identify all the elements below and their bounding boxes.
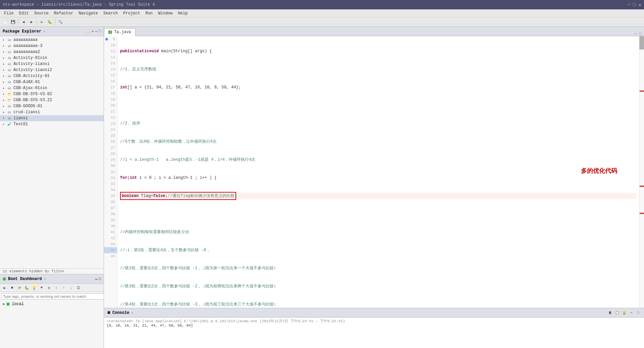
- boot-local-item[interactable]: ▸ local: [0, 301, 104, 307]
- project-icon: 🗂: [7, 49, 12, 55]
- boot-minimize-icon[interactable]: —: [95, 277, 98, 281]
- tree-item-label: aaaaaaaaaa: [13, 38, 38, 42]
- toolbar-btn-run[interactable]: ▶: [38, 18, 46, 26]
- tab-ta-java[interactable]: J Ta.java: [104, 28, 136, 36]
- menu-file[interactable]: File: [1, 10, 16, 16]
- boot-toolbar-btn-11[interactable]: ☰: [75, 284, 82, 291]
- tree-item-label: lianxi: [13, 116, 28, 121]
- line-num-35: 35: [104, 193, 117, 199]
- arrow-icon: ▸: [3, 86, 7, 90]
- code-content[interactable]: public static void main(String[] args) {…: [117, 36, 639, 308]
- tree-item-activity-01xin[interactable]: ▸ 🗂 Activity-01xin: [0, 55, 104, 61]
- tree-item-cgb-ajax-01xin[interactable]: ▸ 🗂 CGB-Ajax-01xin: [0, 85, 104, 91]
- pkg-maximize-icon[interactable]: □: [99, 29, 101, 33]
- tree-item-activity-lianxi[interactable]: ▸ 🗂 Activity-lianxi: [0, 61, 104, 67]
- boot-dashboard: Boot Dashboard ✕ — □ ▶ ■ ⟳ 🐛 💡 ▼ ⚙ ↕ ↑ ↓: [0, 274, 104, 348]
- toolbar-btn-new[interactable]: 📄: [1, 18, 9, 26]
- menu-source[interactable]: Source: [32, 10, 51, 16]
- code-line-9: public static void main(String[] args) {: [120, 48, 637, 54]
- tab-ctrl-maximize[interactable]: □: [638, 31, 643, 36]
- tree-item-label: crud-lianxi: [13, 110, 40, 115]
- tree-item-label: CGB-AJAX-01: [13, 80, 40, 84]
- boot-status-dot: [3, 277, 6, 281]
- code-line-11: int[] a = {21, 94, 21, 58, 47, 16, 10, 9…: [120, 84, 637, 90]
- minimize-button[interactable]: −: [628, 2, 630, 8]
- code-line-10: //1. 定义无序数组: [120, 66, 637, 72]
- titlebar-title: sts-workspace - lianxi/src/lianxi/Ta.jav…: [3, 2, 155, 7]
- boot-local-label: local: [12, 302, 24, 306]
- arrow-icon: ▸: [3, 80, 7, 84]
- toolbar-btn-forward[interactable]: ▶: [28, 18, 35, 26]
- boot-dashboard-header: Boot Dashboard ✕ — □: [0, 274, 104, 284]
- scroll-thumb[interactable]: [639, 36, 644, 50]
- tree-item-cgb-db-sys-v322[interactable]: ▸ 📁 CGB-DB-SYS-V3.22: [0, 97, 104, 103]
- line-num-31: 31: [104, 169, 117, 175]
- tree-item-label: CGB-GOODS-01: [13, 104, 42, 109]
- line-num-17: 17: [104, 84, 117, 90]
- tree-item-lianxi[interactable]: ▾ 🗂 lianxi: [0, 115, 104, 121]
- pkg-minimize-icon[interactable]: —: [95, 29, 98, 33]
- console-maximize-btn[interactable]: □: [635, 310, 641, 316]
- boot-toolbar-btn-4[interactable]: 🐛: [23, 284, 30, 291]
- pkg-collapse-icon[interactable]: ⬜: [86, 29, 90, 33]
- tree-item-aaaaaaaaaa[interactable]: ▸ 🗂 aaaaaaaaaa: [0, 37, 104, 43]
- tree-item-label: CGB-Ajax-01xin: [13, 86, 47, 90]
- boot-toolbar-btn-6[interactable]: ▼: [38, 284, 45, 291]
- boot-toolbar-btn-5[interactable]: 💡: [31, 284, 38, 291]
- tree-item-cgb-ajax-01[interactable]: ▸ 🗂 CGB-AJAX-01: [0, 79, 104, 85]
- tree-item-crud-lianxi[interactable]: ▸ 🗂 crud-lianxi: [0, 109, 104, 115]
- menu-window[interactable]: Window: [155, 10, 175, 16]
- menu-help[interactable]: Help: [175, 10, 191, 16]
- maximize-button[interactable]: □: [633, 2, 636, 8]
- line-num-25: 25: [104, 133, 117, 139]
- close-button[interactable]: ✕: [639, 2, 641, 8]
- console-minimize-btn[interactable]: —: [628, 310, 634, 316]
- line-num-42: 42: [104, 235, 117, 241]
- toolbar-btn-search[interactable]: 🔍: [57, 18, 64, 26]
- boot-toolbar-btn-8[interactable]: ↕: [53, 284, 60, 291]
- line-num-14: 14: [104, 66, 117, 72]
- toolbar-btn-debug[interactable]: 🐛: [46, 18, 54, 26]
- tree-item-cgb-activity-01[interactable]: ▸ 🗂 CGB-Activity-01: [0, 73, 104, 79]
- menu-edit[interactable]: Edit: [16, 10, 32, 16]
- tree-item-activity-lianxi2[interactable]: ▸ 🗂 Activity-lianxi2: [0, 67, 104, 73]
- toolbar-btn-save[interactable]: 💾: [9, 18, 17, 26]
- tree-item-aaaaaaaaaa2[interactable]: ▸ 🗂 aaaaaaaaaa2: [0, 49, 104, 55]
- code-line-12: [120, 102, 637, 109]
- menu-project[interactable]: Project: [120, 10, 143, 16]
- console-header-left: 🖥 Console ✕: [107, 310, 133, 315]
- boot-toolbar-btn-9[interactable]: ↑: [60, 284, 67, 291]
- console-clear-btn[interactable]: 🗑: [607, 310, 613, 316]
- menu-navigate[interactable]: Navigate: [76, 10, 101, 16]
- menu-search[interactable]: Search: [101, 10, 120, 16]
- menu-run[interactable]: Run: [143, 10, 156, 16]
- line-num-22: 22: [104, 115, 117, 121]
- boot-toolbar-btn-7[interactable]: ⚙: [46, 284, 52, 291]
- boot-toolbar-btn-3[interactable]: ⟳: [16, 284, 23, 291]
- tree-item-aaaaaaaaaa-3[interactable]: ▸ 🗂 aaaaaaaaaa-3: [0, 43, 104, 49]
- code-line-18: [120, 211, 637, 217]
- boot-search-input[interactable]: [1, 293, 104, 299]
- arrow-icon: ▸: [3, 38, 7, 42]
- line-num-23: 23: [104, 121, 117, 127]
- toolbar-btn-back[interactable]: ◀: [20, 18, 27, 26]
- pkg-menu-icon[interactable]: ▾: [92, 29, 94, 33]
- project-folder-icon: 📁: [7, 97, 12, 103]
- project-icon: 🗂: [7, 85, 12, 91]
- boot-toolbar-btn-10[interactable]: ↓: [68, 284, 74, 291]
- test-icon: 🧪: [7, 122, 12, 127]
- tab-ctrl-minimize[interactable]: —: [634, 31, 638, 36]
- tree-item-test01[interactable]: ▸ 🧪 Test01: [0, 121, 104, 127]
- tree-item-cgb-goods-01[interactable]: ▸ 🗂 CGB-GOODS-01: [0, 103, 104, 109]
- console-copy-btn[interactable]: 📋: [614, 310, 620, 316]
- menu-refactor[interactable]: Refactor: [51, 10, 76, 16]
- tree-item-cgb-db-sys-v302[interactable]: ▸ 📁 CGB-DB-SYS-V3.02: [0, 91, 104, 97]
- line-num-21: 21: [104, 109, 117, 115]
- boot-maximize-icon[interactable]: □: [99, 277, 101, 281]
- boot-toolbar-btn-1[interactable]: ▶: [1, 284, 8, 291]
- boot-toolbar-btn-2[interactable]: ■: [9, 284, 15, 291]
- breakpoint-dot: [105, 38, 108, 41]
- line-num-24: 24: [104, 127, 117, 133]
- tree-item-label: CGB-DB-SYS-V3.22: [13, 98, 52, 102]
- console-scroll-lock-btn[interactable]: 🔒: [621, 310, 627, 316]
